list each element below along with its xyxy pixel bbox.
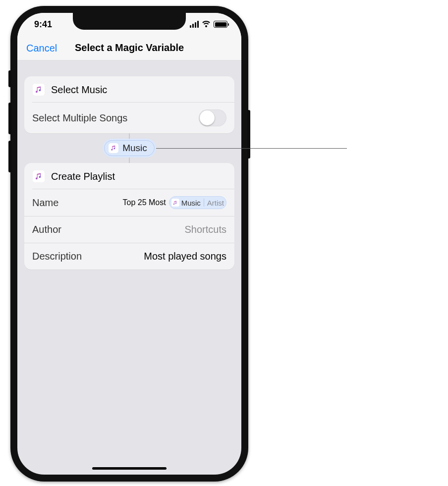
card-title: Create Playlist: [51, 171, 115, 182]
home-indicator[interactable]: [92, 467, 167, 470]
card-title: Select Music: [51, 84, 107, 96]
row-value: Shortcuts: [185, 224, 226, 235]
row-value: Most played songs: [144, 251, 226, 262]
row-value: Top 25 Most Music Artist: [123, 196, 227, 209]
volume-up-btn: [8, 103, 11, 134]
row-name[interactable]: Name Top 25 Most Music Artist: [24, 189, 234, 216]
name-text: Top 25 Most: [123, 198, 166, 207]
row-author[interactable]: Author Shortcuts: [24, 216, 234, 243]
magic-variable-label: Music: [122, 143, 147, 154]
mute-switch: [8, 70, 11, 87]
status-right: [190, 21, 227, 28]
wifi-icon: [202, 21, 211, 28]
battery-icon: [214, 21, 227, 28]
status-time: 9:41: [34, 19, 52, 30]
music-app-icon: [32, 170, 45, 183]
power-btn: [247, 110, 250, 159]
music-note-icon: [109, 143, 118, 153]
switch-select-multiple[interactable]: [199, 109, 226, 126]
card-header: Select Music: [24, 76, 234, 102]
parameter-rows: Name Top 25 Most Music Artist: [24, 189, 234, 270]
row-label: Author: [32, 224, 61, 235]
action-card-create-playlist[interactable]: Create Playlist Name Top 25 Most Music A…: [24, 163, 234, 270]
music-app-icon: [32, 83, 45, 96]
nav-bar: Cancel Select a Magic Variable: [17, 36, 241, 60]
phone-frame: 9:41 Cancel Select a Magic Variable Sele…: [10, 6, 248, 482]
cellular-icon: [190, 21, 199, 28]
variable-token-music-artist[interactable]: Music Artist: [169, 196, 226, 209]
screen: 9:41 Cancel Select a Magic Variable Sele…: [17, 13, 241, 475]
action-card-select-music[interactable]: Select Music Select Multiple Songs: [24, 76, 234, 133]
content-area: Select Music Select Multiple Songs Music: [17, 60, 241, 270]
row-label: Name: [32, 197, 58, 209]
row-select-multiple-songs[interactable]: Select Multiple Songs: [24, 103, 234, 133]
row-description[interactable]: Description Most played songs: [24, 243, 234, 270]
music-note-icon: [171, 199, 179, 207]
volume-down-btn: [8, 141, 11, 172]
notch: [73, 13, 186, 30]
cancel-button[interactable]: Cancel: [26, 42, 57, 54]
row-label: Description: [32, 251, 82, 262]
token-sub: Artist: [207, 199, 224, 207]
callout-line: [156, 148, 347, 149]
token-separator: [204, 199, 204, 207]
token-main: Music: [181, 199, 201, 207]
page-title: Select a Magic Variable: [75, 42, 184, 54]
card-header: Create Playlist: [24, 163, 234, 189]
row-label: Select Multiple Songs: [32, 112, 127, 124]
magic-variable-music[interactable]: Music: [104, 140, 155, 156]
